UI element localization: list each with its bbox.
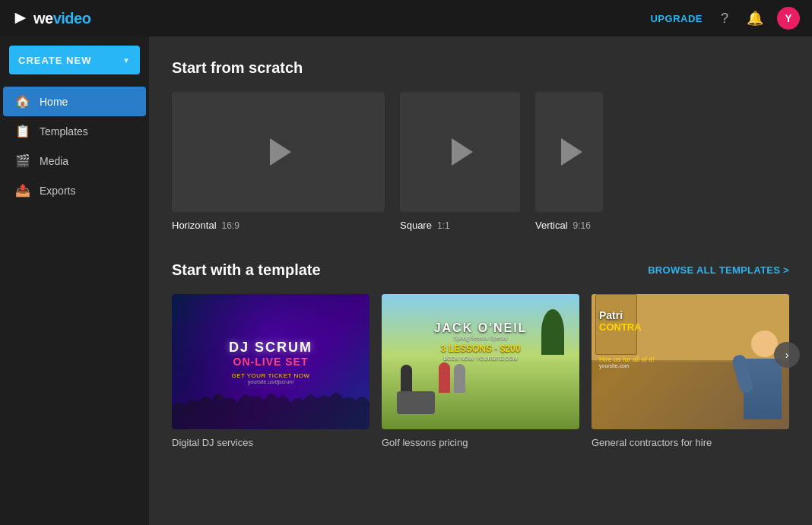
scratch-label-vertical: Vertical 9:16	[535, 220, 603, 231]
scratch-card-horizontal[interactable]: Horizontal 16:9	[172, 92, 385, 231]
exports-icon: 📤	[15, 183, 30, 198]
template-thumb-contractor: Patri CONTRA Hire us for all of it! your…	[592, 294, 789, 429]
golf-tagline: Spring Season Special	[434, 335, 528, 340]
sidebar-item-templates[interactable]: 📋 Templates	[3, 116, 146, 146]
template-label-golf: Golf lessons pricing	[382, 437, 579, 448]
golf-figures	[397, 368, 473, 414]
golf-book: BOOK NOW: YOURSITE.COM	[434, 356, 528, 361]
template-label-dj: Digital DJ services	[172, 437, 370, 448]
template-card-golf[interactable]: JACK O'NEIL Spring Season Special 3 LESS…	[382, 294, 579, 448]
dj-subtitle: ON-LIVE SET	[229, 356, 312, 368]
golf-tree	[541, 309, 564, 355]
sidebar-label-home: Home	[40, 96, 68, 108]
scratch-thumb-vertical	[535, 92, 603, 212]
main-content: Start from scratch Horizontal 16:9 Squar…	[149, 36, 812, 525]
dj-thumb-inner: DJ SCRUM ON-LIVE SET GET YOUR TICKET NOW…	[172, 294, 370, 429]
nav-right: UPGRADE ? 🔔 Y	[650, 7, 800, 30]
golf-text: JACK O'NEIL Spring Season Special 3 LESS…	[434, 321, 528, 361]
contractor-text: Patri CONTRA Hire us for all of it! your…	[599, 309, 655, 368]
sidebar-item-media[interactable]: 🎬 Media	[3, 146, 146, 176]
nav-left: wevideo	[12, 10, 90, 27]
contractor-site: yoursite.com	[599, 363, 655, 368]
sidebar-item-exports[interactable]: 📤 Exports	[3, 176, 146, 205]
dj-text: DJ SCRUM ON-LIVE SET GET YOUR TICKET NOW…	[229, 340, 312, 384]
scratch-grid: Horizontal 16:9 Square 1:1	[172, 92, 789, 231]
template-card-contractor[interactable]: Patri CONTRA Hire us for all of it! your…	[592, 294, 789, 448]
template-thumb-golf: JACK O'NEIL Spring Season Special 3 LESS…	[382, 294, 579, 429]
contractor-name: Patri	[599, 309, 655, 321]
notifications-icon[interactable]: 🔔	[747, 10, 763, 27]
logo[interactable]: wevideo	[12, 10, 90, 27]
upgrade-button[interactable]: UPGRADE	[650, 13, 703, 24]
chevron-down-icon: ▼	[122, 56, 131, 65]
play-arrow-icon	[452, 138, 473, 166]
dj-name: DJ SCRUM	[229, 340, 312, 356]
scratch-section-title: Start from scratch	[172, 59, 789, 77]
golf-thumb-inner: JACK O'NEIL Spring Season Special 3 LESS…	[382, 294, 579, 429]
template-card-dj[interactable]: DJ SCRUM ON-LIVE SET GET YOUR TICKET NOW…	[172, 294, 370, 448]
scratch-thumb-square	[400, 92, 520, 212]
sidebar-label-exports: Exports	[40, 185, 75, 197]
home-icon: 🏠	[15, 94, 30, 109]
svg-marker-0	[15, 13, 27, 24]
top-nav: wevideo UPGRADE ? 🔔 Y	[0, 0, 812, 36]
logo-text: wevideo	[33, 10, 90, 27]
dj-cta: GET YOUR TICKET NOW	[229, 372, 312, 379]
create-new-button[interactable]: CREATE NEW ▼	[9, 46, 140, 74]
browse-all-link[interactable]: BROWSE ALL TEMPLATES >	[648, 264, 789, 276]
dj-site: yoursite.us/djscrum	[229, 379, 312, 384]
template-grid: DJ SCRUM ON-LIVE SET GET YOUR TICKET NOW…	[172, 294, 789, 448]
help-icon[interactable]: ?	[716, 10, 733, 27]
next-arrow-button[interactable]: ›	[774, 342, 800, 368]
golf-lessons: 3 LESSONS - $200	[434, 343, 528, 354]
main-layout: CREATE NEW ▼ 🏠 Home 📋 Templates 🎬 Media …	[0, 36, 812, 525]
sidebar-label-media: Media	[40, 155, 68, 167]
avatar[interactable]: Y	[777, 7, 800, 30]
play-arrow-icon	[270, 138, 291, 166]
contractor-cta: Hire us for all of it!	[599, 356, 655, 363]
contractor-subtitle: CONTRA	[599, 321, 655, 333]
play-arrow-icon	[561, 138, 582, 166]
sidebar-item-home[interactable]: 🏠 Home	[3, 87, 146, 116]
scratch-card-square[interactable]: Square 1:1	[400, 92, 520, 231]
contractor-thumb-inner: Patri CONTRA Hire us for all of it! your…	[592, 294, 789, 429]
scratch-thumb-horizontal	[172, 92, 385, 212]
template-label-contractor: General contractors for hire	[592, 437, 789, 448]
scratch-label-square: Square 1:1	[400, 220, 520, 231]
template-section-title: Start with a template	[172, 261, 321, 279]
create-new-label: CREATE NEW	[18, 55, 91, 66]
golf-brand: JACK O'NEIL	[434, 321, 528, 335]
create-btn-wrapper: CREATE NEW ▼	[0, 46, 149, 87]
sidebar-label-templates: Templates	[40, 125, 88, 138]
scratch-card-vertical[interactable]: Vertical 9:16	[535, 92, 603, 231]
sidebar: CREATE NEW ▼ 🏠 Home 📋 Templates 🎬 Media …	[0, 36, 149, 525]
scratch-label-horizontal: Horizontal 16:9	[172, 220, 385, 231]
templates-icon: 📋	[15, 124, 30, 138]
template-thumb-dj: DJ SCRUM ON-LIVE SET GET YOUR TICKET NOW…	[172, 294, 370, 429]
media-icon: 🎬	[15, 153, 30, 168]
template-header: Start with a template BROWSE ALL TEMPLAT…	[172, 261, 789, 279]
